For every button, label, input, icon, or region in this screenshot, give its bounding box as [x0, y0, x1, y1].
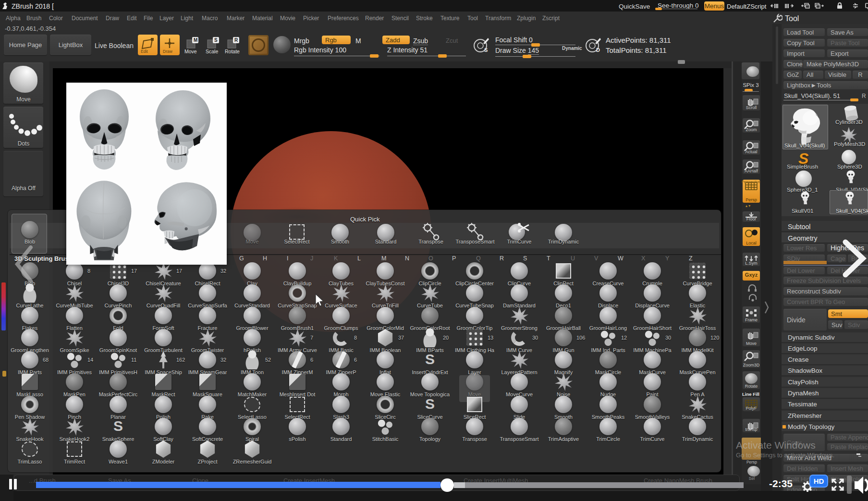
- svg-text:Draw: Draw: [163, 49, 173, 54]
- svg-text:R: R: [234, 37, 238, 43]
- svg-text:Scale: Scale: [206, 49, 218, 54]
- svg-text:S: S: [484, 47, 488, 53]
- svg-text:Move: Move: [184, 49, 197, 54]
- svg-text:M: M: [194, 37, 197, 43]
- svg-text:S: S: [214, 37, 218, 43]
- svg-text:Rotate: Rotate: [225, 49, 240, 54]
- svg-text:D: D: [596, 47, 600, 53]
- svg-text:Edit: Edit: [141, 49, 148, 54]
